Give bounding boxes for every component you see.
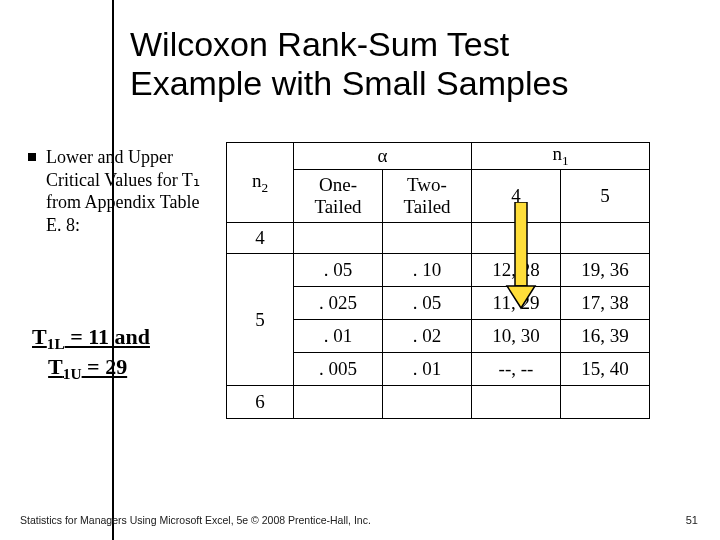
header-n2: n2 — [227, 143, 294, 223]
empty-cell — [294, 386, 383, 419]
header-col-5: 5 — [561, 170, 650, 223]
header-col-4: 4 — [472, 170, 561, 223]
cell-r3c1: . 01 — [294, 320, 383, 353]
cell-r2c1: . 025 — [294, 287, 383, 320]
page-number: 51 — [686, 514, 698, 526]
cell-r1c2: . 10 — [383, 254, 472, 287]
n2-6-cell: 6 — [227, 386, 294, 419]
cell-r4c1: . 005 — [294, 353, 383, 386]
critical-values-table: n2 α n1 One- Tailed Two- Tailed 4 5 4 5 … — [226, 142, 650, 419]
n2-5-cell: 5 — [227, 254, 294, 386]
vertical-rule — [112, 0, 114, 540]
cell-r2c4: 17, 38 — [561, 287, 650, 320]
cell-r3c2: . 02 — [383, 320, 472, 353]
empty-cell — [472, 223, 561, 254]
title-line-1: Wilcoxon Rank-Sum Test — [130, 25, 509, 63]
header-one-tailed: One- Tailed — [294, 170, 383, 223]
cell-r4c4: 15, 40 — [561, 353, 650, 386]
bullet-text: Lower and Upper Critical Values for T₁ f… — [46, 146, 206, 236]
empty-cell — [294, 223, 383, 254]
cell-r4c2: . 01 — [383, 353, 472, 386]
cell-r3c4: 16, 39 — [561, 320, 650, 353]
t1l-label: T1L = 11 and — [32, 324, 150, 349]
t1u-label: T1U = 29 — [48, 354, 127, 379]
cell-r1c3: 12, 28 — [472, 254, 561, 287]
cell-r4c3: --, -- — [472, 353, 561, 386]
cell-r3c3: 10, 30 — [472, 320, 561, 353]
bullet-block: Lower and Upper Critical Values for T₁ f… — [28, 146, 228, 236]
footer-text: Statistics for Managers Using Microsoft … — [20, 514, 371, 526]
cell-r2c3: 11, 29 — [472, 287, 561, 320]
empty-cell — [383, 386, 472, 419]
empty-cell — [561, 223, 650, 254]
cell-r1c4: 19, 36 — [561, 254, 650, 287]
cell-r2c2: . 05 — [383, 287, 472, 320]
empty-cell — [383, 223, 472, 254]
title-line-2: Example with Small Samples — [130, 64, 568, 102]
header-two-tailed: Two- Tailed — [383, 170, 472, 223]
header-n1: n1 — [472, 143, 650, 170]
bullet-square-icon — [28, 153, 36, 161]
critical-values-text: T1L = 11 and T1U = 29 — [32, 324, 150, 384]
empty-cell — [561, 386, 650, 419]
n2-4-cell: 4 — [227, 223, 294, 254]
cell-r1c1: . 05 — [294, 254, 383, 287]
empty-cell — [472, 386, 561, 419]
slide-title: Wilcoxon Rank-Sum Test Example with Smal… — [130, 25, 690, 103]
header-alpha: α — [294, 143, 472, 170]
